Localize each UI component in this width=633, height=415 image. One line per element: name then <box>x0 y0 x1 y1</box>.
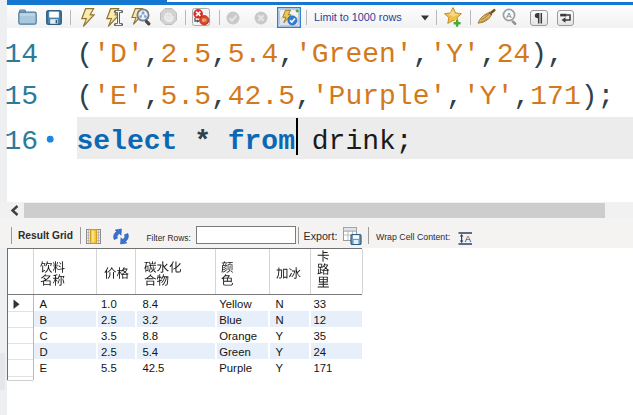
svg-text:A: A <box>465 233 472 244</box>
svg-text:A: A <box>506 11 512 20</box>
